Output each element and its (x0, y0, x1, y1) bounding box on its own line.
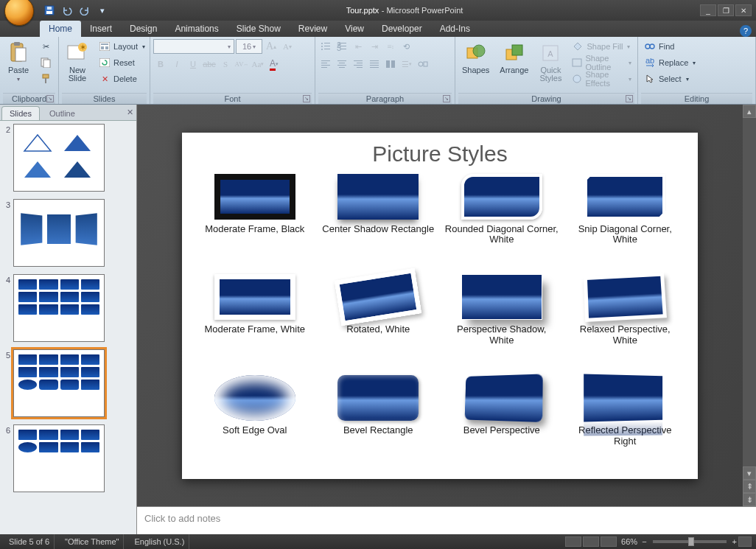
shapes-button[interactable]: Shapes (458, 39, 493, 77)
thumb-row[interactable]: 4 (1, 274, 133, 342)
tab-developer[interactable]: Developer (373, 21, 431, 37)
scroll-down-icon[interactable]: ▾ (743, 466, 756, 480)
grow-font-button[interactable]: A▴ (264, 39, 279, 54)
layout-button[interactable]: Layout▾ (96, 39, 148, 54)
align-right-button[interactable] (351, 57, 365, 71)
thumb-row[interactable]: 5 (1, 349, 133, 417)
change-case-button[interactable]: Aa▾ (251, 57, 265, 71)
shape-effects-button[interactable]: Shape Effects▾ (569, 71, 634, 86)
align-text-button[interactable]: ☰▾ (399, 57, 414, 71)
font-color-button[interactable]: A▾ (267, 57, 281, 71)
panel-tab-slides[interactable]: Slides (1, 106, 40, 120)
minimize-button[interactable]: _ (700, 4, 716, 16)
align-left-button[interactable] (318, 57, 333, 71)
scroll-track[interactable] (743, 118, 756, 466)
thumb-row[interactable]: 3 (1, 199, 133, 267)
tab-home[interactable]: Home (40, 21, 81, 37)
scroll-up-icon[interactable]: ▴ (743, 105, 756, 118)
maximize-button[interactable]: ❐ (718, 4, 734, 16)
panel-tab-outline[interactable]: Outline (41, 106, 83, 120)
paste-button[interactable]: Paste ▾ (3, 39, 34, 85)
save-icon[interactable] (43, 4, 56, 17)
increase-indent-button[interactable]: ⇥ (367, 39, 382, 54)
zoom-slider[interactable] (653, 540, 727, 543)
tab-design[interactable]: Design (121, 21, 166, 37)
find-button[interactable]: Find (641, 39, 699, 54)
thumb-row[interactable]: 2 (1, 124, 133, 192)
bullets-button[interactable] (318, 39, 333, 54)
thumb-slide-2[interactable] (13, 124, 105, 192)
select-button[interactable]: Select▾ (641, 71, 699, 86)
numbering-button[interactable]: 123 (335, 39, 349, 54)
thumbnail-list[interactable]: 2 3 (0, 121, 136, 534)
tab-view[interactable]: View (336, 21, 373, 37)
reset-button[interactable]: Reset (96, 55, 148, 70)
replace-button[interactable]: abReplace▾ (641, 55, 699, 70)
cut-button[interactable]: ✂ (37, 39, 55, 54)
new-slide-button[interactable]: ✶ New Slide (62, 39, 93, 85)
slideshow-view-button[interactable] (601, 536, 617, 547)
copy-button[interactable] (37, 55, 55, 70)
vertical-scrollbar[interactable]: ▴ ▾ ⇞ ⇟ (743, 105, 756, 506)
delete-button[interactable]: ✕Delete (96, 71, 148, 86)
thumb-row[interactable]: 6 (1, 424, 133, 492)
close-button[interactable]: ✕ (735, 4, 752, 16)
qat-customize-icon[interactable]: ▾ (96, 4, 109, 17)
shrink-font-button[interactable]: A▾ (280, 39, 295, 54)
thumb-slide-5[interactable] (13, 349, 105, 417)
justify-button[interactable] (367, 57, 382, 71)
font-family-combo[interactable]: ▾ (153, 39, 234, 54)
thumb-slide-6[interactable] (13, 424, 105, 492)
redo-icon[interactable] (78, 4, 91, 17)
dialog-launcher-icon[interactable]: ↘ (626, 95, 633, 102)
dialog-launcher-icon[interactable]: ↘ (443, 95, 450, 102)
char-spacing-button[interactable]: AV↔ (234, 57, 249, 71)
strikethrough-button[interactable]: abc (202, 57, 217, 71)
find-label: Find (659, 42, 674, 51)
tab-animations[interactable]: Animations (166, 21, 227, 37)
normal-view-button[interactable] (565, 536, 581, 547)
italic-button[interactable]: I (169, 57, 184, 71)
style-cell: Perspective Shadow, White (444, 274, 560, 369)
columns-button[interactable] (383, 57, 398, 71)
group-slides: ✶ New Slide Layout▾ Reset ✕Delete Slides (59, 37, 150, 104)
dialog-launcher-icon[interactable]: ↘ (303, 95, 310, 102)
thumb-number: 5 (1, 349, 10, 360)
next-slide-icon[interactable]: ⇟ (743, 493, 756, 506)
bold-button[interactable]: B (153, 57, 168, 71)
fit-window-button[interactable] (738, 536, 752, 547)
status-language[interactable]: English (U.S.) (130, 534, 189, 549)
thumb-slide-4[interactable] (13, 274, 105, 342)
undo-icon[interactable] (60, 4, 74, 17)
tab-insert[interactable]: Insert (81, 21, 121, 37)
zoom-out-button[interactable]: − (642, 537, 646, 546)
tab-slide-show[interactable]: Slide Show (228, 21, 290, 37)
tab-add-ins[interactable]: Add-Ins (431, 21, 479, 37)
arrange-button[interactable]: Arrange (496, 39, 532, 77)
notes-pane[interactable]: Click to add notes (137, 506, 756, 534)
panel-close-icon[interactable]: ✕ (123, 105, 136, 120)
dialog-launcher-icon[interactable]: ↘ (46, 95, 54, 102)
thumb-slide-3[interactable] (13, 199, 105, 267)
prev-slide-icon[interactable]: ⇞ (743, 480, 756, 493)
line-spacing-button[interactable]: ≡↕ (383, 39, 398, 54)
shadow-text-button[interactable]: S (218, 57, 233, 71)
text-direction-button[interactable]: ⟲ (399, 39, 414, 54)
zoom-percent[interactable]: 66% (621, 537, 637, 546)
svg-rect-14 (101, 43, 108, 45)
shape-outline-button[interactable]: Shape Outline▾ (569, 55, 634, 70)
sorter-view-button[interactable] (583, 536, 599, 547)
zoom-in-button[interactable]: + (732, 537, 737, 546)
align-center-button[interactable] (335, 57, 349, 71)
format-painter-button[interactable] (37, 71, 55, 86)
shape-fill-button[interactable]: Shape Fill▾ (569, 39, 634, 54)
quick-styles-button[interactable]: A Quick Styles (535, 39, 566, 85)
zoom-knob[interactable] (688, 537, 694, 546)
help-icon[interactable]: ? (740, 25, 752, 37)
font-size-combo[interactable]: 16▾ (236, 39, 262, 54)
smartart-button[interactable] (416, 57, 430, 71)
tab-review[interactable]: Review (290, 21, 336, 37)
underline-button[interactable]: U (186, 57, 200, 71)
slide-canvas[interactable]: Picture Styles Moderate Frame, Black Cen… (137, 105, 743, 506)
decrease-indent-button[interactable]: ⇤ (351, 39, 365, 54)
